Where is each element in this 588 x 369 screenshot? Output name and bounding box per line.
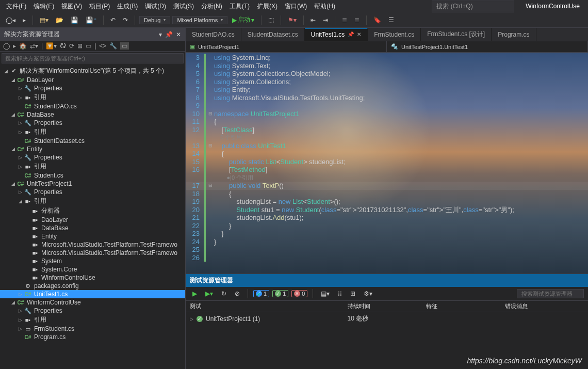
tree-node[interactable]: ⚙packages.config bbox=[0, 282, 185, 290]
tree-node[interactable]: ■▪System.Core bbox=[0, 265, 185, 274]
code-line[interactable]: 17⊟ public void TextP() bbox=[186, 182, 588, 190]
tree-node[interactable]: ▷🔧Properties bbox=[0, 84, 185, 92]
code-line[interactable]: 26 bbox=[186, 254, 588, 262]
tree-node[interactable]: ■▪Entity bbox=[0, 232, 185, 240]
menu-item[interactable]: 视图(V) bbox=[58, 1, 85, 12]
tree-node[interactable]: ■▪DataBase bbox=[0, 224, 185, 232]
code-line[interactable]: 19 studengList = new List<Student>(); bbox=[186, 198, 588, 206]
tree-node[interactable]: ▷▭FrmStudent.cs bbox=[0, 325, 185, 333]
code-line[interactable]: 22 } bbox=[186, 222, 588, 230]
tree-node[interactable]: ◢C#UnitTestProject1 bbox=[0, 180, 185, 188]
failed-tests-badge[interactable]: ✕0 bbox=[291, 290, 307, 297]
code-line[interactable]: 13⊟ public class UnitTest1 bbox=[186, 142, 588, 150]
toolbar-bookmark-icon[interactable]: 🔖 bbox=[371, 15, 384, 25]
test-group-icon[interactable]: ⁞⁞ bbox=[335, 289, 345, 298]
code-line[interactable]: 0 个引用 bbox=[186, 134, 588, 142]
repeat-tests-button[interactable]: ↻ bbox=[219, 289, 229, 298]
expand-icon[interactable]: ▷ bbox=[190, 316, 193, 322]
nav-scope-left[interactable]: ▣ UnitTestProject1 bbox=[186, 41, 387, 52]
tree-node[interactable]: ▷🔧Properties bbox=[0, 188, 185, 196]
editor-tab[interactable]: UnitTest1.cs📌✕ bbox=[305, 28, 368, 41]
editor-tab[interactable]: Program.cs bbox=[492, 28, 536, 41]
save-all-button[interactable]: 💾⁺ bbox=[83, 15, 99, 25]
toolbar-comment-icon[interactable]: ≣ bbox=[339, 15, 350, 25]
toolbar-uncomment-icon[interactable]: ≣ bbox=[352, 15, 362, 25]
tree-node[interactable]: ▷■▪引用 bbox=[0, 92, 185, 102]
test-columns-icon[interactable]: ⊞ bbox=[348, 289, 358, 298]
code-line[interactable]: 23 } bbox=[186, 230, 588, 238]
solution-search-input[interactable] bbox=[2, 53, 184, 63]
tree-node[interactable]: ▷🔧Properties bbox=[0, 153, 185, 162]
nav-back-button[interactable]: ◯◂ bbox=[3, 15, 18, 25]
properties-icon[interactable]: <> bbox=[99, 42, 106, 50]
menu-item[interactable]: 测试(S) bbox=[170, 1, 197, 12]
collapse-icon[interactable]: ⊞ bbox=[77, 42, 83, 50]
menu-item[interactable]: 分析(N) bbox=[198, 1, 225, 12]
tree-node[interactable]: ◢C#DataBase bbox=[0, 110, 185, 119]
code-line[interactable]: 20 Student stu1 = new Student(class="str… bbox=[186, 206, 588, 214]
start-debug-button[interactable]: ▶ 启动 ▾ bbox=[230, 14, 257, 25]
back-icon[interactable]: ◯ bbox=[3, 42, 10, 50]
refresh-icon[interactable]: ⟳ bbox=[69, 42, 74, 50]
redo-button[interactable]: ↷ bbox=[120, 15, 130, 25]
menu-item[interactable]: 调试(D) bbox=[142, 1, 169, 12]
code-line[interactable]: 24} bbox=[186, 238, 588, 246]
code-line[interactable]: 15 public static List<Student> studengLi… bbox=[186, 158, 588, 166]
toolbar-outdent-icon[interactable]: ⇤ bbox=[308, 15, 318, 25]
code-line[interactable]: 11{ bbox=[186, 118, 588, 126]
code-line[interactable]: 14 { bbox=[186, 150, 588, 158]
code-line[interactable]: 9 bbox=[186, 102, 588, 110]
cancel-tests-button[interactable]: ⊘ bbox=[232, 289, 242, 298]
menu-item[interactable]: 文件(F) bbox=[3, 1, 29, 12]
menu-item[interactable]: 帮助(H) bbox=[311, 1, 338, 12]
tree-node[interactable]: ◢C#Entity bbox=[0, 145, 185, 153]
tree-node[interactable]: C#Program.cs bbox=[0, 333, 185, 341]
close-tab-icon[interactable]: ✕ bbox=[357, 31, 361, 37]
code-line[interactable]: 7using Entity; bbox=[186, 86, 588, 94]
code-line[interactable]: 6using System.Collections; bbox=[186, 78, 588, 86]
tree-node[interactable]: ▷🔧Properties bbox=[0, 119, 185, 127]
code-line[interactable]: 12 [TestClass] bbox=[186, 126, 588, 134]
panel-dropdown-icon[interactable]: ▾ bbox=[159, 31, 162, 38]
preview-icon[interactable]: ▭ bbox=[120, 42, 129, 50]
platform-dropdown[interactable]: Mixed Platforms bbox=[172, 16, 227, 24]
menu-item[interactable]: 编辑(E) bbox=[30, 1, 57, 12]
code-line[interactable]: ●|0 个引用 bbox=[186, 174, 588, 182]
panel-close-icon[interactable]: ✕ bbox=[176, 31, 181, 38]
test-result-row[interactable]: ▷✓UnitTestProject1 (1) 10 毫秒 bbox=[186, 312, 588, 325]
editor-tab[interactable]: FrmStudent.cs bbox=[368, 28, 421, 41]
test-search-input[interactable] bbox=[517, 289, 584, 298]
nav-scope-right[interactable]: 🔩 UnitTestProject1.UnitTest1 bbox=[387, 41, 588, 52]
tree-node[interactable]: ■▪Microsoft.VisualStudio.TestPlatform.Te… bbox=[0, 240, 185, 249]
menu-item[interactable]: 项目(P) bbox=[86, 1, 113, 12]
toolbar-icon[interactable]: ⬚ bbox=[266, 15, 276, 25]
tree-node[interactable]: ■▪分析器 bbox=[0, 206, 185, 216]
tree-node[interactable]: ◢■▪引用 bbox=[0, 196, 185, 206]
config-dropdown[interactable]: Debug bbox=[139, 16, 170, 24]
quick-search-box[interactable]: 搜索 (Ctrl+Q) bbox=[432, 1, 514, 12]
toolbar-list-icon[interactable]: ☰ bbox=[386, 15, 397, 25]
save-button[interactable]: 💾 bbox=[68, 15, 81, 25]
tree-node[interactable]: ■▪WinformControlUse bbox=[0, 274, 185, 282]
home-icon[interactable]: 🏠 bbox=[19, 42, 27, 50]
editor-tab[interactable]: StudentDAO.cs bbox=[186, 28, 241, 41]
wrench-icon[interactable]: 🔧 bbox=[109, 42, 117, 50]
total-tests-badge[interactable]: 🧪1 bbox=[253, 290, 269, 297]
open-file-button[interactable]: 📂 bbox=[53, 15, 66, 25]
tree-node[interactable]: ▷■▪引用 bbox=[0, 162, 185, 171]
code-line[interactable]: 18 { bbox=[186, 190, 588, 198]
code-line[interactable]: 5using System.Collections.ObjectModel; bbox=[186, 70, 588, 78]
tree-node[interactable]: C#StudentDAO.cs bbox=[0, 102, 185, 110]
tree-node[interactable]: ◢C#WinformControlUse bbox=[0, 298, 185, 307]
tree-node[interactable]: ■▪Microsoft.VisualStudio.TestPlatform.Te… bbox=[0, 249, 185, 257]
pin-icon[interactable]: 📌 bbox=[348, 31, 354, 37]
menu-item[interactable]: 扩展(X) bbox=[254, 1, 281, 12]
panel-pin-icon[interactable]: 📌 bbox=[165, 31, 173, 38]
tree-node[interactable]: ▷■▪引用 bbox=[0, 127, 185, 137]
code-line[interactable]: 10⊟namespace UnitTestProject1 bbox=[186, 110, 588, 118]
test-playlist-icon[interactable]: ▤▾ bbox=[318, 289, 332, 298]
filter-icon[interactable]: 🔽▾ bbox=[46, 42, 57, 50]
test-settings-icon[interactable]: ⚙▾ bbox=[361, 289, 375, 298]
run-tests-button[interactable]: ▶▾ bbox=[203, 289, 216, 298]
solution-tree[interactable]: ◢✔ 解决方案"WinformControlUse"(第 5 个项目，共 5 个… bbox=[0, 65, 185, 369]
